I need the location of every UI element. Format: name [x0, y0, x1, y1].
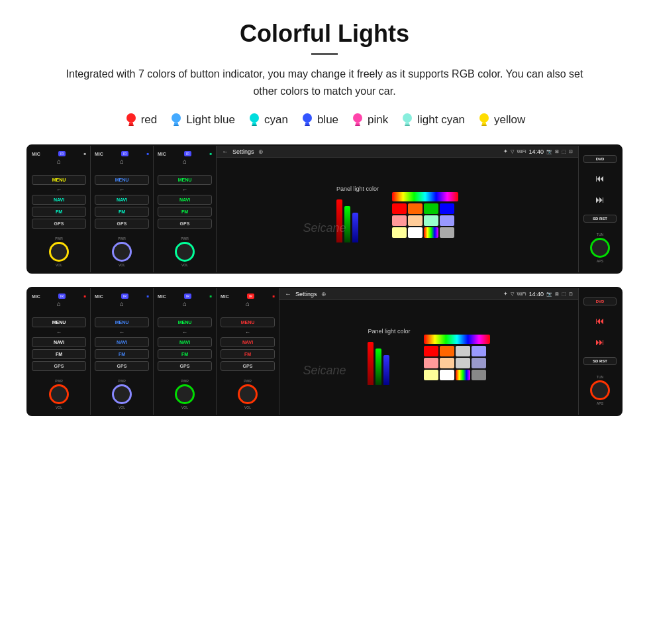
- knob-area-b3: PWR VOL: [158, 379, 212, 409]
- color-label-yellow: yellow: [494, 113, 525, 127]
- gps-btn-b2[interactable]: GPS: [95, 361, 149, 371]
- dvd-btn-top[interactable]: DVD: [583, 155, 617, 163]
- panel-3-cyan: MIC IR ■ ⌂ MENU ← NAVI FM GPS PWR V: [154, 146, 217, 272]
- navi-btn-b4[interactable]: NAVI: [221, 337, 275, 347]
- panel-light-section-bottom: Panel light color: [368, 328, 410, 388]
- knob-area-3: PWR VOL: [158, 237, 212, 267]
- knob-red-bottom[interactable]: [590, 380, 610, 400]
- mic-label-b1: MIC: [32, 294, 40, 299]
- vol-label-b2: VOL: [119, 405, 125, 409]
- knob-blue-2[interactable]: [112, 242, 132, 262]
- gps-btn-b1[interactable]: GPS: [32, 361, 86, 371]
- settings-icon-bottom: ⊕: [321, 291, 326, 297]
- knob-area-b2: PWR VOL: [95, 379, 149, 409]
- svg-rect-17: [405, 125, 410, 126]
- pwr-label-1: PWR: [55, 237, 63, 241]
- next-btn-bottom[interactable]: ⏭: [595, 337, 605, 347]
- menu-btn-b1[interactable]: MENU: [32, 317, 86, 327]
- svg-rect-20: [481, 125, 487, 126]
- knob-green-b3[interactable]: [175, 384, 195, 404]
- navi-btn-3[interactable]: NAVI: [158, 195, 212, 205]
- svg-rect-19: [482, 123, 486, 125]
- navi-btn-b3[interactable]: NAVI: [158, 337, 212, 347]
- aps-label-bottom: APS: [597, 402, 603, 405]
- fm-btn-b2[interactable]: FM: [95, 349, 149, 359]
- nav-buttons-b4: MENU ← NAVI FM GPS: [221, 311, 275, 376]
- panel-b2-blue: MIC IR ■ ⌂ MENU ← NAVI FM GPS PWR V: [91, 288, 154, 415]
- cyan-bulb-icon: [247, 111, 262, 129]
- fm-btn-2[interactable]: FM: [95, 207, 149, 217]
- title-divider: [311, 53, 338, 55]
- screen-header-top: ← Settings ⊕ ✦ ▽ WiFi 14:40 📷 ⊠ ⬚ ⊡: [217, 146, 578, 158]
- svg-rect-8: [252, 125, 257, 126]
- knob-area-b4: PWR VOL: [221, 379, 275, 409]
- fm-btn-b4[interactable]: FM: [221, 349, 275, 359]
- nav-buttons-3: MENU ← NAVI FM GPS: [158, 169, 212, 234]
- knob-red-b4[interactable]: [238, 384, 258, 404]
- screen-header-bottom: ← Settings ⊕ ✦ ▽ WiFi 14:40 📷 ⊠ ⬚ ⊡: [279, 288, 578, 300]
- svg-point-9: [303, 113, 312, 123]
- gps-btn-b4[interactable]: GPS: [221, 361, 275, 371]
- back-arrow-top[interactable]: ←: [222, 148, 228, 155]
- screen-content-top: Panel light color: [217, 158, 578, 272]
- knob-area-right-top: TUN APS: [590, 233, 610, 263]
- gps-btn-2[interactable]: GPS: [95, 219, 149, 229]
- fm-btn-b3[interactable]: FM: [158, 349, 212, 359]
- knob-green-top[interactable]: [590, 238, 610, 258]
- knob-cyan-3[interactable]: [175, 242, 195, 262]
- prev-btn-bottom[interactable]: ⏮: [595, 315, 605, 326]
- screen-header-right-top: ✦ ▽ WiFi 14:40 📷 ⊠ ⬚ ⊡: [503, 148, 573, 155]
- menu-btn-1[interactable]: MENU: [32, 175, 86, 185]
- subtitle-text: Integrated with 7 colors of button indic…: [53, 66, 596, 99]
- dvd-btn-bottom[interactable]: DVD: [583, 297, 617, 305]
- svg-point-12: [353, 113, 362, 123]
- back-arrow-bottom[interactable]: ←: [285, 290, 291, 297]
- svg-point-18: [479, 113, 489, 123]
- mic-label-b2: MIC: [95, 294, 103, 299]
- color-item-cyan: cyan: [247, 111, 288, 129]
- navi-btn-b2[interactable]: NAVI: [95, 337, 149, 347]
- svg-rect-2: [128, 125, 134, 126]
- knob-area-b1: PWR VOL: [32, 379, 86, 409]
- svg-point-0: [126, 113, 136, 123]
- navi-btn-b1[interactable]: NAVI: [32, 337, 86, 347]
- panel-b1-red: MIC IR ■ ⌂ MENU ← NAVI FM GPS PWR V: [28, 288, 91, 415]
- knob-blue-b2[interactable]: [112, 384, 132, 404]
- ir-badge-b1: IR: [58, 294, 66, 299]
- nav-buttons-b1: MENU ← NAVI FM GPS: [32, 311, 86, 376]
- gps-btn-b3[interactable]: GPS: [158, 361, 212, 371]
- menu-btn-3[interactable]: MENU: [158, 175, 212, 185]
- time-display-bottom: 14:40: [528, 291, 544, 297]
- menu-btn-2[interactable]: MENU: [95, 175, 149, 185]
- menu-btn-b3[interactable]: MENU: [158, 317, 212, 327]
- sd-rst-btn-bottom[interactable]: SD RST: [583, 357, 617, 365]
- ir-badge-b4: IR: [247, 294, 254, 299]
- panel-light-section-top: Panel light color: [336, 186, 379, 245]
- svg-rect-1: [129, 123, 133, 125]
- gps-btn-3[interactable]: GPS: [158, 219, 212, 229]
- color-indicators: red Light blue cyan: [26, 111, 623, 129]
- vol-label-1: VOL: [56, 263, 62, 267]
- menu-btn-b4[interactable]: MENU: [221, 317, 275, 327]
- vol-label-b3: VOL: [181, 405, 188, 409]
- sd-rst-btn-top[interactable]: SD RST: [583, 215, 617, 223]
- menu-btn-b2[interactable]: MENU: [95, 317, 149, 327]
- svg-point-15: [403, 113, 412, 123]
- navi-btn-1[interactable]: NAVI: [32, 195, 86, 205]
- lightblue-bulb-icon: [169, 111, 183, 129]
- navi-btn-2[interactable]: NAVI: [95, 195, 149, 205]
- knob-red-b1[interactable]: [49, 384, 69, 404]
- ir-badge-1: IR: [58, 151, 66, 156]
- gps-btn-1[interactable]: GPS: [32, 219, 86, 229]
- fm-btn-b1[interactable]: FM: [32, 349, 86, 359]
- knob-area-2: PWR VOL: [95, 237, 149, 267]
- fm-btn-1[interactable]: FM: [32, 207, 86, 217]
- vol-label-2: VOL: [119, 263, 125, 267]
- time-display-top: 14:40: [528, 148, 544, 155]
- prev-btn-top[interactable]: ⏮: [595, 173, 605, 184]
- knob-yellow-1[interactable]: [49, 242, 69, 262]
- fm-btn-3[interactable]: FM: [158, 207, 212, 217]
- pwr-label-b1: PWR: [55, 379, 63, 383]
- pwr-label-b2: PWR: [118, 379, 126, 383]
- next-btn-top[interactable]: ⏭: [595, 194, 605, 205]
